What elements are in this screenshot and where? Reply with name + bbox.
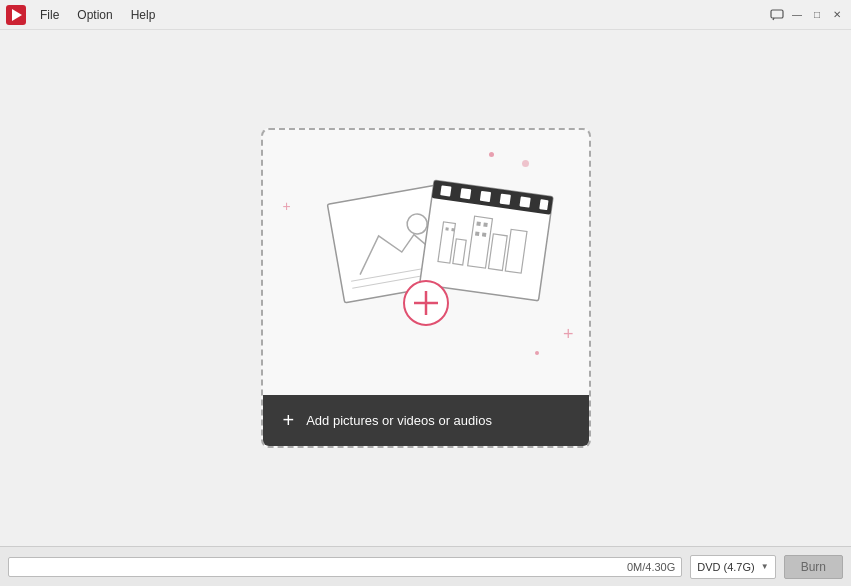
decoration-plus-1: +	[283, 198, 291, 214]
svg-rect-26	[481, 232, 486, 237]
svg-rect-12	[479, 190, 490, 201]
size-label: 0M/4.30G	[627, 561, 675, 573]
media-illustration	[296, 173, 556, 353]
svg-rect-10	[440, 185, 451, 196]
decoration-plus-2: +	[563, 324, 574, 345]
svg-rect-22	[451, 228, 454, 231]
add-icon: +	[283, 409, 295, 432]
decoration-dot-1	[489, 152, 494, 157]
svg-rect-15	[539, 199, 548, 210]
disc-option-label: DVD (4.7G)	[697, 561, 754, 573]
svg-rect-11	[460, 188, 471, 199]
svg-rect-2	[771, 10, 783, 18]
minimize-button[interactable]: —	[789, 7, 805, 23]
menu-option[interactable]: Option	[69, 5, 120, 25]
close-button[interactable]: ✕	[829, 7, 845, 23]
svg-rect-24	[483, 222, 488, 227]
burn-button[interactable]: Burn	[784, 555, 843, 579]
decoration-dot-2	[522, 160, 529, 167]
app-logo	[6, 5, 26, 25]
svg-rect-23	[476, 221, 481, 226]
menu-bar: File Option Help	[32, 5, 769, 25]
main-content: + +	[0, 30, 851, 546]
disc-select-arrow-icon: ▼	[761, 562, 769, 571]
bottom-bar: 0M/4.30G DVD (4.7G) ▼ Burn	[0, 546, 851, 586]
progress-bar: 0M/4.30G	[8, 557, 682, 577]
chat-button[interactable]	[769, 7, 785, 23]
svg-rect-25	[474, 231, 479, 236]
drop-zone[interactable]: + +	[261, 128, 591, 448]
menu-help[interactable]: Help	[123, 5, 164, 25]
window-controls: — □ ✕	[769, 7, 845, 23]
svg-rect-14	[519, 196, 530, 207]
decoration-dot-3	[535, 351, 539, 355]
add-media-label: Add pictures or videos or audios	[306, 413, 492, 428]
drop-zone-illustration: + +	[263, 130, 589, 395]
svg-rect-13	[499, 193, 510, 204]
disc-select[interactable]: DVD (4.7G) ▼	[690, 555, 775, 579]
maximize-button[interactable]: □	[809, 7, 825, 23]
title-bar: File Option Help — □ ✕	[0, 0, 851, 30]
svg-rect-21	[445, 227, 448, 230]
menu-file[interactable]: File	[32, 5, 67, 25]
drop-zone-footer[interactable]: + Add pictures or videos or audios	[263, 395, 589, 446]
